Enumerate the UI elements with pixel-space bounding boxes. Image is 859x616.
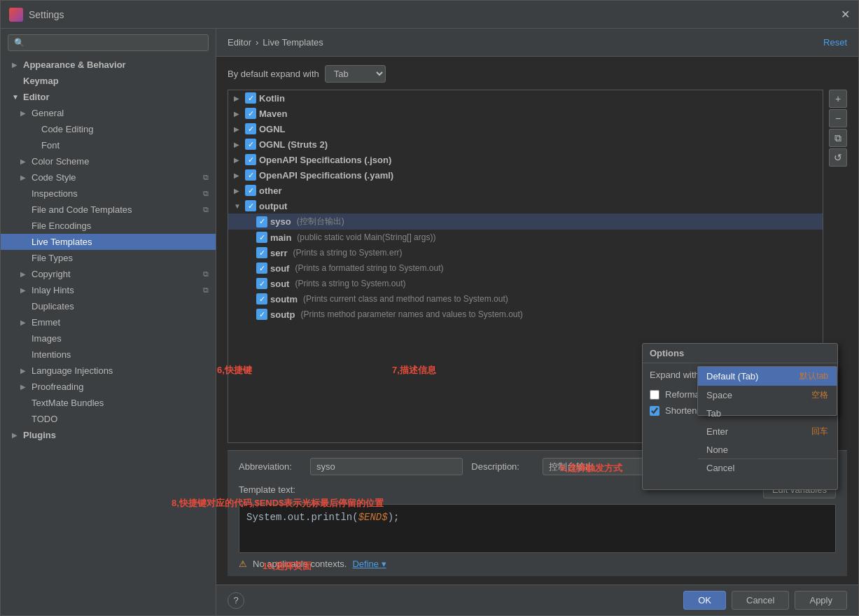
dropdown-item-none[interactable]: None <box>698 441 837 458</box>
tree-item-ognl[interactable]: ▶ ✓ OGNL <box>228 121 823 136</box>
sidebar-item-label: Code Style <box>32 172 76 183</box>
expand-select[interactable]: Tab Space Enter None <box>325 65 386 83</box>
dropdown-item-cancel[interactable]: Cancel <box>698 459 837 477</box>
cancel-button[interactable]: Cancel <box>732 591 789 610</box>
sidebar-item-copyright[interactable]: ▶ Copyright ⧉ <box>1 266 216 282</box>
dropdown-item-tab[interactable]: Tab <box>698 405 837 422</box>
tree-checkbox[interactable]: ✓ <box>256 262 267 274</box>
sidebar-item-proofreading[interactable]: ▶ Proofreading <box>1 379 216 395</box>
sidebar-item-code-style[interactable]: ▶ Code Style ⧉ <box>1 169 216 186</box>
sidebar-item-inspections[interactable]: Inspections ⧉ <box>1 186 216 202</box>
sidebar-item-file-and-code-templates[interactable]: File and Code Templates ⧉ <box>1 202 216 218</box>
sidebar-item-duplicates[interactable]: Duplicates <box>1 298 216 314</box>
reformat-checkbox[interactable] <box>650 390 659 400</box>
copy-icon: ⧉ <box>203 205 209 214</box>
sidebar-item-textmate-bundles[interactable]: TextMate Bundles <box>1 395 216 411</box>
reset-button[interactable]: Reset <box>823 37 847 48</box>
define-link[interactable]: Define ▾ <box>352 559 386 569</box>
dropdown-item-extra: 默认tab <box>799 370 828 382</box>
tree-item-other[interactable]: ▶ ✓ other <box>228 183 823 198</box>
tree-item-soutp[interactable]: ✓ soutp (Prints method parameter names a… <box>228 307 823 322</box>
sidebar-item-todo[interactable]: TODO <box>1 411 216 427</box>
tree-checkbox[interactable]: ✓ <box>245 200 256 211</box>
tree-checkbox[interactable]: ✓ <box>256 278 267 289</box>
help-button[interactable]: ? <box>228 592 244 609</box>
tree-item-output[interactable]: ▼ ✓ output <box>228 198 823 214</box>
tree-checkbox[interactable]: ✓ <box>245 123 256 134</box>
tree-item-syso[interactable]: ✓ syso (控制台输出) <box>228 214 823 230</box>
tree-item-serr[interactable]: ✓ serr (Prints a string to System.err) <box>228 245 823 260</box>
arrow-icon: ▼ <box>12 93 22 101</box>
tree-arrow-icon: ▶ <box>234 110 242 118</box>
tree-item-soutm[interactable]: ✓ soutm (Prints current class and method… <box>228 291 823 307</box>
copy-template-button[interactable]: ⧉ <box>829 129 847 147</box>
sidebar-item-images[interactable]: Images <box>1 330 216 346</box>
tree-item-desc: (控制台输出) <box>297 216 344 227</box>
sidebar-item-live-templates[interactable]: Live Templates <box>1 234 216 250</box>
template-variable: $END$ <box>358 512 388 523</box>
sidebar-item-inlay-hints[interactable]: ▶ Inlay Hints ⧉ <box>1 282 216 298</box>
dropdown-item-space[interactable]: Space 空格 <box>698 386 837 405</box>
tree-item-label: OpenAPI Specifications (.yaml) <box>259 170 393 181</box>
tree-item-maven[interactable]: ▶ ✓ Maven <box>228 106 823 121</box>
tree-checkbox[interactable]: ✓ <box>256 309 267 320</box>
dropdown-item-enter[interactable]: Enter 回车 <box>698 422 837 441</box>
ok-button[interactable]: OK <box>683 591 726 610</box>
tree-item-label: sout <box>270 279 289 289</box>
abbreviation-input[interactable] <box>310 458 463 475</box>
apply-button[interactable]: Apply <box>795 591 847 610</box>
tree-checkbox[interactable]: ✓ <box>245 154 256 165</box>
tree-item-main[interactable]: ✓ main (public static void Main(String[]… <box>228 230 823 245</box>
tree-item-desc: (Prints method parameter names and value… <box>300 309 522 319</box>
sidebar-item-editor[interactable]: ▼ Editor <box>1 89 216 105</box>
sidebar-item-file-types[interactable]: File Types <box>1 250 216 266</box>
undo-button[interactable]: ↺ <box>829 148 847 167</box>
tree-checkbox[interactable]: ✓ <box>245 108 256 119</box>
tree-item-sout[interactable]: ✓ sout (Prints a string to System.out) <box>228 276 823 291</box>
sidebar: ▶ Appearance & Behavior Keymap ▼ Editor … <box>1 29 216 615</box>
tree-checkbox[interactable]: ✓ <box>245 185 256 196</box>
tree-arrow-icon: ▼ <box>234 202 242 210</box>
tree-item-ognl-struts[interactable]: ▶ ✓ OGNL (Struts 2) <box>228 136 823 152</box>
template-text-area[interactable]: System.out.println($END$); <box>239 504 836 553</box>
search-input[interactable] <box>8 34 209 51</box>
tree-item-desc: (Prints a string to System.err) <box>293 248 403 258</box>
tree-item-openapi-json[interactable]: ▶ ✓ OpenAPI Specifications (.json) <box>228 152 823 167</box>
tree-item-openapi-yaml[interactable]: ▶ ✓ OpenAPI Specifications (.yaml) <box>228 167 823 183</box>
remove-template-button[interactable]: − <box>829 109 847 127</box>
sidebar-item-color-scheme[interactable]: ▶ Color Scheme <box>1 153 216 169</box>
tree-item-souf[interactable]: ✓ souf (Prints a formatted string to Sys… <box>228 260 823 276</box>
sidebar-item-plugins[interactable]: ▶ Plugins <box>1 427 216 443</box>
sidebar-item-label: TextMate Bundles <box>32 398 104 408</box>
sidebar-item-label: Images <box>32 333 62 344</box>
sidebar-item-font[interactable]: Font <box>1 137 216 153</box>
sidebar-item-label: Intentions <box>32 349 71 360</box>
sidebar-item-emmet[interactable]: ▶ Emmet <box>1 314 216 330</box>
close-button[interactable]: ✕ <box>841 8 850 21</box>
sidebar-item-appearance[interactable]: ▶ Appearance & Behavior <box>1 57 216 73</box>
sidebar-item-label: Keymap <box>23 76 59 86</box>
breadcrumb-parent: Editor <box>228 37 251 48</box>
tree-item-kotlin[interactable]: ▶ ✓ Kotlin <box>228 90 823 106</box>
sidebar-item-intentions[interactable]: Intentions <box>1 346 216 363</box>
sidebar-item-file-encodings[interactable]: File Encodings <box>1 218 216 234</box>
arrow-icon: ▶ <box>12 431 22 439</box>
sidebar-item-code-editing[interactable]: Code Editing <box>1 121 216 137</box>
sidebar-item-language-injections[interactable]: ▶ Language Injections <box>1 363 216 379</box>
sidebar-item-label: Copyright <box>32 269 71 279</box>
tree-checkbox[interactable]: ✓ <box>256 216 267 227</box>
tree-checkbox[interactable]: ✓ <box>245 169 256 181</box>
sidebar-item-keymap[interactable]: Keymap <box>1 73 216 89</box>
tree-checkbox[interactable]: ✓ <box>256 247 267 258</box>
sidebar-item-general[interactable]: ▶ General <box>1 105 216 121</box>
sidebar-item-label: File and Code Templates <box>32 204 132 215</box>
tree-checkbox[interactable]: ✓ <box>256 293 267 304</box>
add-template-button[interactable]: + <box>829 90 847 108</box>
tree-checkbox[interactable]: ✓ <box>245 139 256 150</box>
sidebar-item-label: Color Scheme <box>32 156 89 167</box>
tree-checkbox[interactable]: ✓ <box>245 92 256 104</box>
dropdown-item-default[interactable]: Default (Tab) 默认tab <box>698 367 837 386</box>
shorten-checkbox[interactable] <box>650 406 659 416</box>
tree-checkbox[interactable]: ✓ <box>256 232 267 243</box>
main-panel: Editor › Live Templates Reset By default… <box>216 29 858 615</box>
